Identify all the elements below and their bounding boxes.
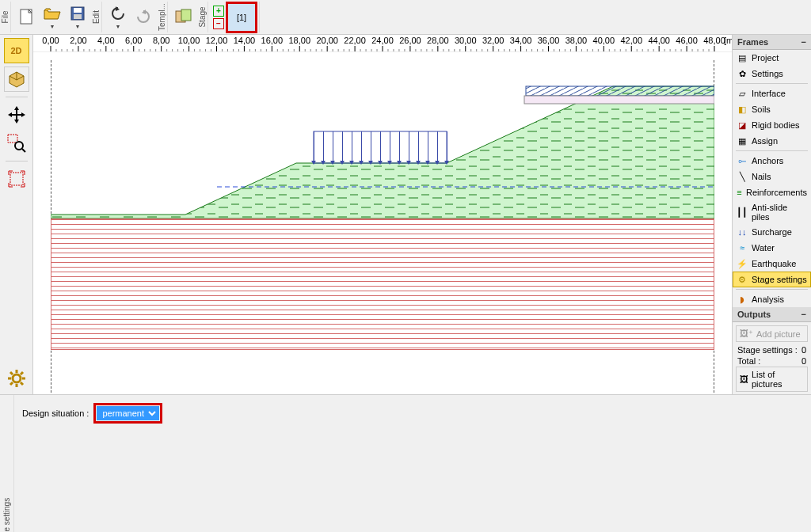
svg-text:[m]: [m] — [724, 36, 732, 45]
zoom-window-button[interactable] — [4, 131, 29, 156]
svg-text:8,00: 8,00 — [153, 36, 169, 45]
svg-marker-15 — [14, 106, 19, 110]
soils-icon: ◧ — [737, 104, 748, 115]
svg-text:18,00: 18,00 — [288, 36, 310, 45]
stage-add-remove: + − — [211, 2, 226, 32]
frame-item-assign[interactable]: ▦Assign — [733, 133, 811, 149]
template-group-label: Templ... — [157, 2, 168, 32]
svg-text:34,00: 34,00 — [510, 36, 532, 45]
nails-icon: ╲ — [737, 171, 748, 182]
design-situation-select[interactable]: permanent — [97, 406, 159, 420]
design-situation-row: Design situation : permanent — [22, 403, 803, 424]
svg-text:20,00: 20,00 — [316, 36, 338, 45]
svg-text:10,00: 10,00 — [178, 36, 200, 45]
frame-item-anti-slide-piles[interactable]: ┃┃Anti-slide piles — [733, 200, 811, 224]
svg-text:44,00: 44,00 — [648, 36, 670, 45]
frame-item-soils[interactable]: ◧Soils — [733, 101, 811, 117]
frame-item-anchors[interactable]: ⟜Anchors — [733, 153, 811, 169]
svg-marker-16 — [14, 120, 19, 124]
frame-item-reinforcements[interactable]: ≡Reinforcements — [733, 184, 811, 200]
svg-text:24,00: 24,00 — [371, 36, 394, 45]
svg-text:12,00: 12,00 — [206, 36, 228, 45]
surcharge-load — [314, 131, 447, 163]
piles-icon: ┃┃ — [737, 207, 748, 218]
new-file-button[interactable] — [14, 2, 40, 32]
undo-button[interactable]: ▼ — [105, 2, 131, 32]
rigid-bodies-icon: ◪ — [737, 120, 748, 131]
reinforcements-icon: ≡ — [737, 187, 742, 198]
outputs-minimize-button[interactable]: − — [801, 310, 806, 319]
new-file-icon — [17, 7, 36, 26]
svg-text:36,00: 36,00 — [538, 36, 560, 45]
svg-text:2,00: 2,00 — [70, 36, 86, 45]
canvas-area: 0,002,004,006,008,0010,0012,0014,0016,00… — [33, 35, 732, 394]
edit-group: Edit ▼ — [93, 2, 158, 32]
svg-rect-186 — [524, 96, 714, 104]
left-toolbar: 2D — [0, 35, 33, 394]
view-3d-button[interactable] — [4, 66, 29, 92]
frame-item-settings[interactable]: ✿Settings — [733, 66, 811, 82]
interface-icon: ▱ — [737, 88, 748, 99]
view-settings-button[interactable] — [4, 366, 29, 391]
svg-text:48,00: 48,00 — [703, 36, 725, 45]
frame-item-rigid-bodies[interactable]: ◪Rigid bodies — [733, 117, 811, 133]
frames-minimize-button[interactable]: − — [801, 37, 806, 47]
dropdown-arrow-icon: ▼ — [50, 24, 55, 29]
stage-settings-icon: ⚙ — [737, 274, 748, 285]
save-disk-icon — [68, 4, 87, 23]
svg-rect-22 — [10, 173, 23, 185]
svg-text:0,00: 0,00 — [42, 36, 59, 45]
stage-add-button[interactable]: + — [213, 6, 224, 17]
svg-rect-8 — [181, 10, 191, 21]
svg-text:38,00: 38,00 — [565, 36, 588, 45]
project-icon: ▤ — [737, 52, 748, 63]
svg-rect-19 — [8, 135, 17, 142]
outputs-panel: Outputs − 🖼⁺Add picture Stage settings :… — [733, 307, 811, 394]
svg-marker-6 — [142, 10, 146, 14]
frame-item-interface[interactable]: ▱Interface — [733, 86, 811, 101]
svg-rect-3 — [74, 8, 82, 13]
frame-item-water[interactable]: ≈Water — [733, 240, 811, 256]
open-file-button[interactable]: ▼ — [40, 2, 65, 32]
svg-marker-18 — [21, 112, 25, 117]
top-toolbar: File ▼ ▼ Edit ▼ Templ... Stage + — [0, 0, 811, 35]
add-picture-button[interactable]: 🖼⁺Add picture — [736, 325, 808, 342]
template-group: Templ... — [158, 2, 199, 32]
analysis-icon: ◗ — [737, 294, 748, 305]
frame-item-analysis[interactable]: ◗Analysis — [733, 291, 811, 307]
soil-layer-bottom — [51, 218, 714, 350]
svg-text:22,00: 22,00 — [344, 36, 366, 45]
svg-text:30,00: 30,00 — [455, 36, 477, 45]
frame-item-earthquake[interactable]: ⚡Earthquake — [733, 256, 811, 272]
frame-item-surcharge[interactable]: ↓↓Surcharge — [733, 224, 811, 240]
file-group-label: File — [0, 2, 11, 32]
template-icon — [174, 7, 193, 26]
frames-list: ▤Project ✿Settings ▱Interface ◧Soils ◪Ri… — [733, 50, 811, 307]
svg-line-28 — [10, 372, 13, 374]
edit-group-label: Edit — [91, 2, 102, 32]
svg-line-31 — [21, 372, 23, 374]
view-2d-button[interactable]: 2D — [4, 38, 29, 63]
svg-point-23 — [13, 374, 21, 382]
svg-line-30 — [10, 382, 13, 385]
gear-icon: ✿ — [737, 68, 748, 79]
list-pictures-button[interactable]: 🖼List of pictures — [736, 367, 808, 392]
redo-button[interactable] — [131, 2, 156, 32]
template-button[interactable] — [171, 2, 196, 32]
drawing-canvas[interactable] — [33, 52, 732, 394]
svg-text:28,00: 28,00 — [427, 36, 449, 45]
pan-button[interactable] — [4, 102, 29, 127]
svg-line-21 — [22, 149, 25, 152]
list-icon: 🖼 — [740, 374, 748, 384]
stage-tab-1[interactable]: [1] — [227, 3, 256, 32]
earthquake-icon: ⚡ — [737, 258, 748, 269]
fit-view-button[interactable] — [4, 166, 29, 192]
frame-item-project[interactable]: ▤Project — [733, 50, 811, 66]
svg-text:42,00: 42,00 — [620, 36, 642, 45]
open-folder-icon — [43, 4, 62, 23]
stage-remove-button[interactable]: − — [213, 18, 224, 29]
frame-item-nails[interactable]: ╲Nails — [733, 169, 811, 184]
right-panel: Frames − ▤Project ✿Settings ▱Interface ◧… — [732, 35, 811, 394]
save-file-button[interactable]: ▼ — [65, 2, 90, 32]
frame-item-stage-settings[interactable]: ⚙Stage settings — [733, 272, 811, 287]
